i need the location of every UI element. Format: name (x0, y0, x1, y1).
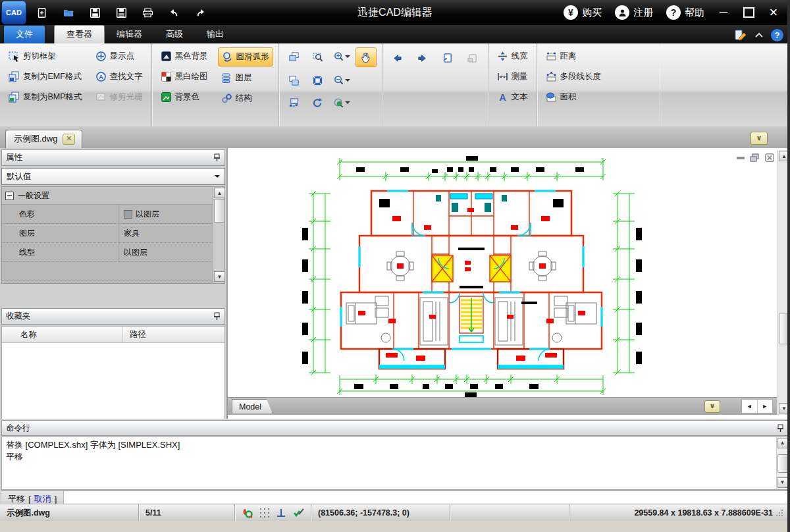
show-points-icon (95, 51, 107, 62)
property-grid-scrollbar[interactable]: ▲ ▼ (213, 187, 224, 283)
property-row-color[interactable]: 色彩 以图层 (2, 205, 213, 224)
bg-color-button[interactable]: 背景色 (157, 88, 211, 106)
scroll-right-icon[interactable]: ► (757, 400, 773, 413)
smooth-arc-icon (222, 51, 233, 63)
zoom-extents-button[interactable] (332, 93, 352, 112)
open-folder-icon (63, 7, 74, 18)
mdi-minimize-icon[interactable] (737, 157, 745, 159)
measure-area-button[interactable]: 面积 (542, 88, 654, 106)
help-round-icon[interactable]: ? (771, 29, 783, 41)
copy-bmp-button[interactable]: 复制为BMP格式 (5, 88, 86, 106)
tab-editor[interactable]: 编辑器 (105, 26, 154, 43)
mdi-close-icon[interactable] (765, 153, 774, 162)
find-text-button[interactable]: A 查找文字 (92, 68, 146, 86)
hide-text-button[interactable]: A 文本 (494, 88, 531, 106)
tab-file[interactable]: 文件 (4, 26, 45, 43)
pin-icon[interactable] (777, 424, 784, 433)
maximize-button[interactable] (737, 4, 760, 21)
zoom-window-icon (312, 51, 323, 63)
command-panel-header: 命令行 (1, 420, 789, 436)
grid-toggle-icon[interactable] (259, 508, 270, 518)
collapse-group-icon[interactable] (5, 192, 14, 200)
property-preset-select[interactable]: 默认值 (1, 168, 225, 185)
tab-viewer[interactable]: 查看器 (54, 25, 105, 43)
undo-button[interactable] (163, 3, 185, 22)
scroll-left-icon[interactable]: ◄ (742, 400, 757, 413)
model-tab[interactable]: Model (232, 399, 273, 413)
hide-measure-button[interactable]: 测量 (494, 68, 531, 86)
scroll-thumb[interactable] (214, 199, 225, 223)
drawing-canvas[interactable] (228, 150, 777, 397)
print-button[interactable] (136, 3, 159, 22)
buy-button[interactable]: ¥ 购买 (558, 5, 607, 20)
snap-toggle-icon[interactable] (242, 508, 253, 519)
bw-drawing-button[interactable]: 黑白绘图 (157, 68, 211, 86)
fit-to-screen-button[interactable] (308, 71, 328, 90)
command-scroll-up-icon[interactable]: ▲ (777, 438, 788, 448)
annotate-icon[interactable] (734, 30, 747, 41)
property-row-layer[interactable]: 图层 家具 (2, 224, 213, 243)
goto-sheet-icon (442, 53, 453, 64)
pin-icon[interactable] (213, 312, 221, 321)
structure-button[interactable]: 结构 (218, 90, 273, 107)
favorites-col-path[interactable]: 路径 (123, 329, 146, 340)
canvas-area: ▲ ▼ Model ∨ ◄ ► (228, 148, 790, 419)
tile-windows-button[interactable] (284, 71, 304, 90)
goto-sheet-button[interactable] (438, 49, 458, 67)
rotate-view-button[interactable] (308, 93, 328, 112)
command-history[interactable]: 替换 [COMPLEX.shx] 字体为 [SIMPLEX.SHX] 平移 ▲ … (1, 437, 789, 490)
save-as-button[interactable] (110, 3, 132, 22)
zoom-out-button[interactable] (332, 71, 352, 90)
draw-mode-icon[interactable] (292, 508, 304, 518)
scroll-down-icon[interactable]: ▼ (214, 271, 225, 282)
measure-distance-button[interactable]: 距离 (542, 47, 654, 65)
command-scroll-down-icon[interactable]: ▼ (777, 477, 788, 488)
minimize-button[interactable]: ─ (712, 4, 735, 21)
property-name: 图层 (2, 224, 118, 242)
save-button[interactable] (84, 3, 106, 22)
measure-polyline-button[interactable]: 多段线长度 (542, 68, 654, 86)
resize-grip-icon[interactable] (776, 509, 783, 517)
go-forward-button[interactable] (413, 49, 433, 67)
layout-scroll-arrows: ◄ ► (741, 399, 773, 413)
zoom-in-button[interactable] (332, 47, 352, 66)
property-group-row[interactable]: 一般设置 (2, 187, 213, 205)
black-bg-button[interactable]: 黑色背景 (157, 47, 211, 65)
pan-button[interactable] (356, 47, 377, 67)
ortho-toggle-icon[interactable] (276, 508, 286, 518)
layout-list-dropdown-button[interactable]: ∨ (704, 400, 720, 413)
new-file-button[interactable] (31, 3, 53, 22)
ribbon: 剪切框架 复制为EMF格式 (0, 43, 790, 127)
command-scrollbar[interactable]: ▲ ▼ (776, 437, 788, 489)
document-tab[interactable]: 示例图.dwg ✕ (5, 130, 82, 148)
document-tab-close-icon[interactable]: ✕ (63, 134, 75, 145)
command-scroll-thumb[interactable] (777, 454, 788, 473)
tab-output[interactable]: 输出 (195, 26, 236, 43)
help-button[interactable]: ? 帮助 (661, 5, 710, 20)
preset-caret-icon (215, 175, 220, 178)
copy-emf-button[interactable]: 复制为EMF格式 (5, 68, 86, 86)
cascade-windows-button[interactable] (284, 47, 304, 66)
previous-view-button[interactable] (284, 93, 304, 112)
open-file-button[interactable] (57, 3, 80, 22)
zoom-window-button[interactable] (308, 47, 328, 66)
collapse-ribbon-icon[interactable] (754, 31, 764, 40)
hide-linewidth-button[interactable]: 线宽 (494, 47, 531, 65)
ribbon-tab-row: 文件 查看器 编辑器 高级 输出 ? (0, 25, 790, 43)
scroll-up-icon[interactable]: ▲ (214, 188, 225, 198)
redo-button[interactable] (189, 3, 211, 22)
go-back-button[interactable] (388, 49, 408, 67)
register-button[interactable]: 注册 (610, 5, 658, 20)
favorites-col-name[interactable]: 名称 (2, 327, 123, 342)
clip-frame-button[interactable]: 剪切框架 (5, 47, 86, 65)
mdi-restore-icon[interactable] (750, 153, 760, 162)
show-points-button[interactable]: 显示点 (92, 47, 146, 65)
close-button[interactable]: × (762, 4, 785, 21)
tab-list-dropdown-button[interactable]: ∨ (750, 132, 768, 145)
status-empty-segment (450, 504, 569, 521)
smooth-arc-button[interactable]: 圆滑弧形 (218, 47, 273, 66)
tab-advanced[interactable]: 高级 (154, 26, 195, 43)
layers-button[interactable]: 图层 (218, 69, 273, 87)
property-row-linetype[interactable]: 线型 以图层 (2, 243, 213, 262)
pin-icon[interactable] (213, 153, 221, 162)
